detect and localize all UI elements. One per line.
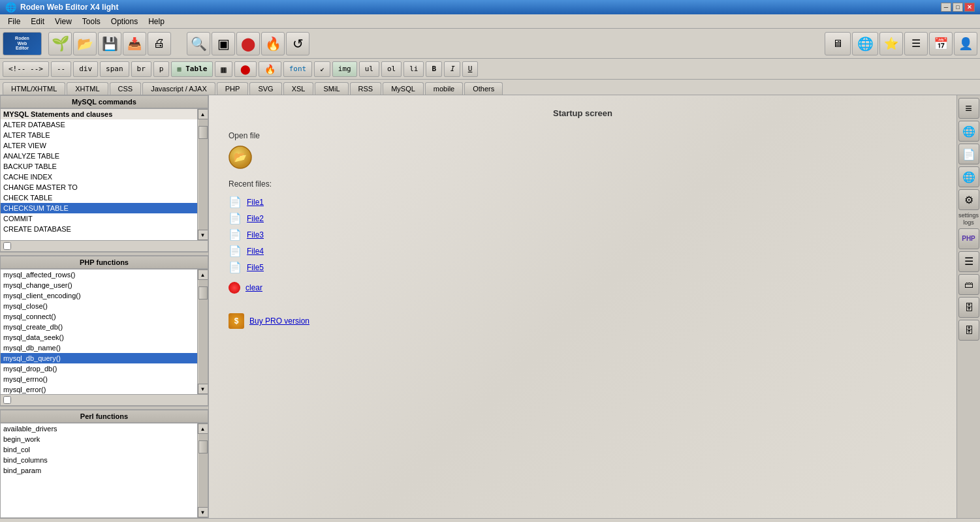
span-tag-button[interactable]: span [100, 61, 129, 77]
list-item[interactable]: mysql_client_encoding() [1, 290, 197, 301]
list-item[interactable]: mysql_close() [1, 301, 197, 311]
menu-help[interactable]: Help [143, 16, 170, 27]
scroll-thumb[interactable] [198, 126, 208, 139]
right-panel-db-btn[interactable]: 🗃 [958, 274, 979, 295]
user-button[interactable]: 👤 [954, 32, 977, 55]
calendar-button[interactable]: 📅 [929, 32, 953, 55]
open-button[interactable]: 📂 [73, 32, 97, 55]
tab-xhtml[interactable]: XHTML [67, 82, 108, 95]
list-item[interactable]: CREATE DATABASE [1, 224, 197, 234]
list-item[interactable]: bind_columns [1, 455, 197, 465]
web-browser-button[interactable]: 🌐 [852, 32, 878, 55]
right-panel-web-btn[interactable]: 🌐 [958, 121, 979, 142]
list-item[interactable]: mysql_db_name() [1, 343, 197, 353]
fire-tag-button[interactable]: 🔥 [259, 61, 281, 77]
preview-button[interactable]: 🔍 [187, 32, 210, 55]
right-panel-globe-btn[interactable]: 🌐 [958, 166, 979, 187]
br-tag-button[interactable]: br [131, 61, 151, 77]
list-item[interactable]: mysql_change_user() [1, 280, 197, 290]
mysql-scrollbar[interactable]: ▲ ▼ [197, 109, 208, 240]
tab-rss[interactable]: RSS [350, 82, 382, 95]
list-item[interactable]: available_drivers [1, 423, 197, 434]
tab-mysql[interactable]: MySQL [383, 82, 424, 95]
list-item[interactable]: mysql_data_seek() [1, 332, 197, 343]
maximize-button[interactable]: □ [953, 3, 963, 12]
tab-mobile[interactable]: mobile [425, 82, 463, 95]
div-tag-button[interactable]: div [73, 61, 98, 77]
clear-link[interactable]: clear [245, 283, 262, 292]
save-as-button[interactable]: 📥 [123, 32, 146, 55]
right-panel-table2-btn[interactable]: 🗄 [958, 320, 979, 341]
scroll-up-arrow[interactable]: ▲ [198, 269, 208, 280]
list-item[interactable]: ALTER DATABASE [1, 119, 197, 130]
menu-tools[interactable]: Tools [77, 16, 106, 27]
table-tag-button[interactable]: ▦ Table [171, 61, 213, 77]
file1-link[interactable]: File1 [247, 198, 264, 207]
right-panel-list-btn[interactable]: ☰ [958, 251, 979, 272]
recent-file-item[interactable]: 📄 File3 [229, 226, 937, 243]
list-item[interactable]: mysql_drop_db() [1, 363, 197, 374]
mysql-statements-group[interactable]: MYSQL Statements and clauses [1, 109, 197, 119]
recent-file-item[interactable]: 📄 File5 [229, 259, 937, 275]
scroll-up-arrow[interactable]: ▲ [198, 109, 208, 119]
new-button[interactable]: 🌱 [48, 32, 72, 55]
php-list[interactable]: mysql_affected_rows() mysql_change_user(… [1, 269, 197, 394]
scroll-thumb[interactable] [198, 440, 208, 453]
clear-button[interactable]: clear [229, 282, 937, 294]
buy-pro-button[interactable]: $ Buy PRO version [229, 313, 937, 329]
ol-tag-button[interactable]: ol [381, 61, 402, 77]
tab-others[interactable]: Others [464, 82, 503, 95]
menu-options[interactable]: Options [106, 16, 143, 27]
td-tag-button[interactable]: ▦ [215, 61, 232, 77]
mysql-checkbox[interactable] [3, 242, 11, 250]
scroll-down-arrow[interactable]: ▼ [198, 230, 208, 240]
tab-javascript[interactable]: Javascript / AJAX [142, 82, 215, 95]
file2-link[interactable]: File2 [247, 214, 264, 223]
right-panel-doc-btn[interactable]: 📄 [958, 144, 979, 164]
bookmark-button[interactable]: ⭐ [879, 32, 903, 55]
settings-button[interactable]: ⚙ [958, 189, 979, 210]
save-button[interactable]: 💾 [98, 32, 121, 55]
list-item[interactable]: ANALYZE TABLE [1, 151, 197, 161]
menu-edit[interactable]: Edit [25, 16, 50, 27]
list-item[interactable]: bind_col [1, 444, 197, 455]
scroll-track[interactable] [198, 280, 208, 384]
close-button[interactable]: ✕ [964, 3, 975, 12]
stop-button[interactable]: ⬤ [236, 32, 260, 55]
ul-tag-button[interactable]: ul [359, 61, 379, 77]
refresh-button[interactable]: ↺ [286, 32, 309, 55]
list-item[interactable]: mysql_errno() [1, 374, 197, 384]
scroll-track[interactable] [198, 434, 208, 507]
p-tag-button[interactable]: p [153, 61, 170, 77]
file5-link[interactable]: File5 [247, 263, 264, 272]
file4-link[interactable]: File4 [247, 247, 264, 256]
scroll-thumb[interactable] [198, 286, 208, 299]
menu-bar-button[interactable]: ☰ [904, 32, 928, 55]
tab-php[interactable]: PHP [217, 82, 249, 95]
right-panel-php-btn[interactable]: PHP [958, 228, 979, 249]
list-item[interactable]: COMMIT [1, 213, 197, 224]
scroll-track[interactable] [198, 119, 208, 230]
list-item[interactable]: mysql_affected_rows() [1, 269, 197, 280]
list-item[interactable]: mysql_connect() [1, 311, 197, 322]
underline-tag-button[interactable]: U [462, 61, 479, 77]
list-item-selected[interactable]: CHECKSUM TABLE [1, 203, 197, 213]
browser-view-button[interactable]: 🖥 [825, 32, 851, 55]
list-item[interactable]: mysql_create_db() [1, 322, 197, 332]
list-item[interactable]: CHECK TABLE [1, 192, 197, 203]
right-panel-btn-1[interactable]: ≡ [958, 98, 979, 119]
recent-file-item[interactable]: 📄 File4 [229, 243, 937, 259]
scroll-down-arrow[interactable]: ▼ [198, 507, 208, 517]
recent-file-item[interactable]: 📄 File1 [229, 194, 937, 210]
list-item[interactable]: CHANGE MASTER TO [1, 182, 197, 192]
list-item[interactable]: begin_work [1, 434, 197, 444]
preview2-button[interactable]: ▣ [212, 32, 235, 55]
php-scrollbar[interactable]: ▲ ▼ [197, 269, 208, 394]
stop-tag-button[interactable]: ⬤ [234, 61, 257, 77]
list-item[interactable]: BACKUP TABLE [1, 161, 197, 172]
file3-link[interactable]: File3 [247, 230, 264, 239]
perl-list[interactable]: available_drivers begin_work bind_col bi… [1, 423, 197, 517]
list-item-selected[interactable]: mysql_db_query() [1, 353, 197, 363]
list-item[interactable]: bind_param [1, 465, 197, 476]
img-tag-button[interactable]: img [332, 61, 357, 77]
